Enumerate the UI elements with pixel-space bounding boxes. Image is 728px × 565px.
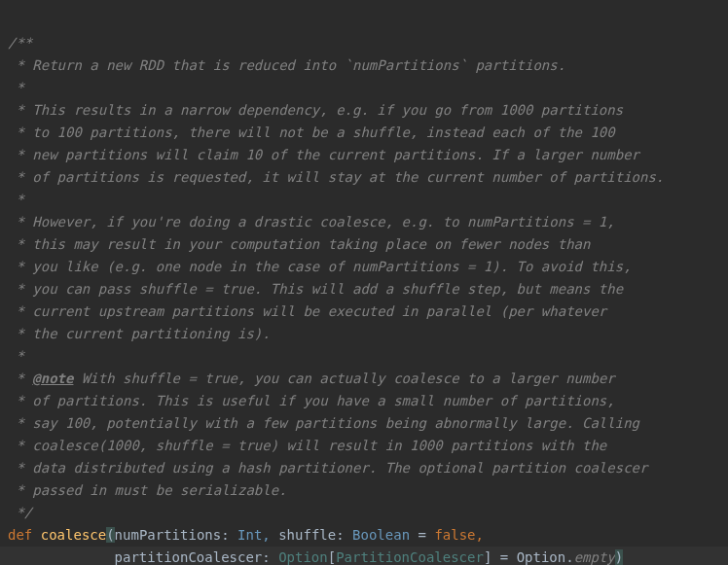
doc-comment-line: * Return a new RDD that is reduced into … <box>8 57 565 73</box>
doc-comment-line: * of partitions is requested, it will st… <box>8 169 664 185</box>
function-name: coalesce <box>41 527 106 543</box>
doc-comment-line: * of partitions. This is useful if you h… <box>8 393 615 408</box>
doc-comment-line: * say 100, potentially with a few partit… <box>8 415 639 431</box>
doc-comment-line: * current upstream partitions will be ex… <box>8 303 606 319</box>
doc-comment-line: * <box>8 80 24 95</box>
doc-comment-line: * <box>8 348 24 364</box>
doc-comment-line: * @note With shuffle = true, you can act… <box>8 371 615 386</box>
doc-comment-line: * data distributed using a hash partitio… <box>8 460 647 476</box>
method-signature-line-2: partitionCoalescer: Option[PartitionCoal… <box>0 547 728 565</box>
doc-comment-line: * However, if you're doing a drastic coa… <box>8 214 615 230</box>
method-signature-line-1: def coalesce(numPartitions: Int, shuffle… <box>8 527 484 543</box>
doc-comment-line: * passed in must be serializable. <box>8 482 287 498</box>
doc-comment-line: * the current partitioning is). <box>8 326 271 341</box>
doc-comment-line: * new partitions will claim 10 of the cu… <box>8 147 639 162</box>
paren-close-highlight: ) <box>615 549 623 565</box>
doc-comment-line: * <box>8 192 24 207</box>
doc-note-tag: @note <box>32 371 73 386</box>
doc-comment-line: * you like (e.g. one node in the case of… <box>8 259 632 274</box>
doc-comment-line: * This results in a narrow dependency, e… <box>8 102 623 118</box>
doc-comment-line: * coalesce(1000, shuffle = true) will re… <box>8 438 606 453</box>
doc-comment-line: /** <box>8 35 32 51</box>
doc-comment-line: * you can pass shuffle = true. This will… <box>8 281 623 297</box>
paren-open-highlight: ( <box>106 527 114 543</box>
doc-comment-line: */ <box>8 505 32 520</box>
code-editor[interactable]: /** * Return a new RDD that is reduced i… <box>0 0 728 565</box>
doc-comment-line: * this may result in your computation ta… <box>8 236 590 252</box>
def-keyword: def <box>8 527 32 543</box>
doc-comment-line: * to 100 partitions, there will not be a… <box>8 124 615 140</box>
